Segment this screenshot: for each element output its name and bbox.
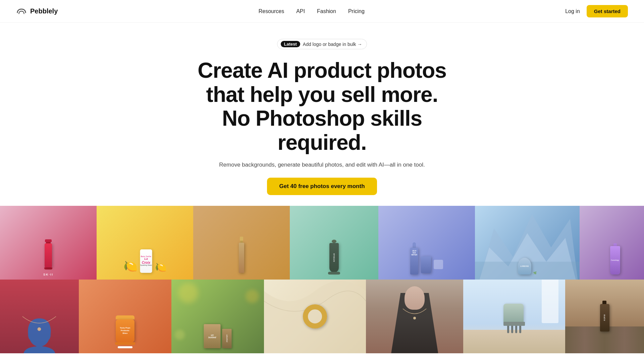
nav-api[interactable]: API [296, 8, 305, 14]
gallery-item-laneige[interactable]: LANEIGE 🌿 [475, 206, 580, 280]
nav-fashion[interactable]: Fashion [317, 8, 336, 14]
gallery-item-necklace1[interactable]: 👤 [0, 280, 79, 353]
latest-badge[interactable]: Latest Add logo or badge in bulk → [277, 39, 367, 49]
gallery-row-1: SK·II 🍋 Bain Ceille La Croix Sparkling W… [0, 206, 644, 280]
svg-point-4 [413, 317, 416, 319]
get-started-button[interactable]: Get started [587, 5, 628, 17]
login-button[interactable]: Log in [565, 8, 580, 14]
headline-line1: Create AI product photos [198, 58, 446, 82]
hero-subtext: Remove backgrounds, generate beautiful p… [7, 162, 637, 168]
headline-line3: No Photoshop skills required. [222, 106, 422, 155]
gallery-item-ring[interactable] [264, 280, 366, 353]
gallery-row-2: 👤 Tasty PopsProbioticBites [0, 280, 644, 353]
nav-links: Resources API Fashion Pricing [259, 8, 365, 14]
logo[interactable]: Pebblely [16, 7, 58, 15]
hero-section: Latest Add logo or badge in bulk → Creat… [0, 23, 644, 206]
gallery-item-lacroix[interactable]: 🍋 Bain Ceille La Croix Sparkling Water 🍋 [97, 206, 193, 280]
gallery-item-jeju[interactable]: JEJUSEAWATER [378, 206, 475, 280]
cta-button[interactable]: Get 40 free photos every month [267, 178, 377, 195]
logo-icon [16, 8, 27, 15]
gallery-item-unbottled[interactable]: unbottled unbottled [171, 280, 264, 353]
badge-link-text: Add logo or badge in bulk → [303, 42, 362, 47]
gallery-item-skii[interactable]: SK·II [0, 206, 97, 280]
gallery-item-myvegan[interactable]: MYVEGAN [290, 206, 378, 280]
nav-pricing[interactable]: Pricing [348, 8, 365, 14]
gallery-item-probiotic[interactable]: Tasty PopsProbioticBites [79, 280, 171, 353]
navbar: Pebblely Resources API Fashion Pricing L… [0, 0, 644, 23]
nav-resources[interactable]: Resources [259, 8, 284, 14]
gallery-item-necklace2[interactable] [366, 280, 463, 353]
nav-right: Log in Get started [565, 5, 628, 17]
badge-latest-label: Latest [281, 41, 300, 47]
gallery-item-mate[interactable]: mate [565, 280, 644, 353]
brand-name: Pebblely [30, 7, 58, 15]
svg-point-3 [38, 327, 41, 331]
gallery-item-chair[interactable] [463, 280, 565, 353]
headline-line2: that help you sell more. [206, 82, 438, 107]
hero-headline: Create AI product photos that help you s… [188, 59, 456, 155]
gallery-item-careology[interactable]: Careology [580, 206, 644, 280]
gallery-item-serum[interactable] [193, 206, 290, 280]
